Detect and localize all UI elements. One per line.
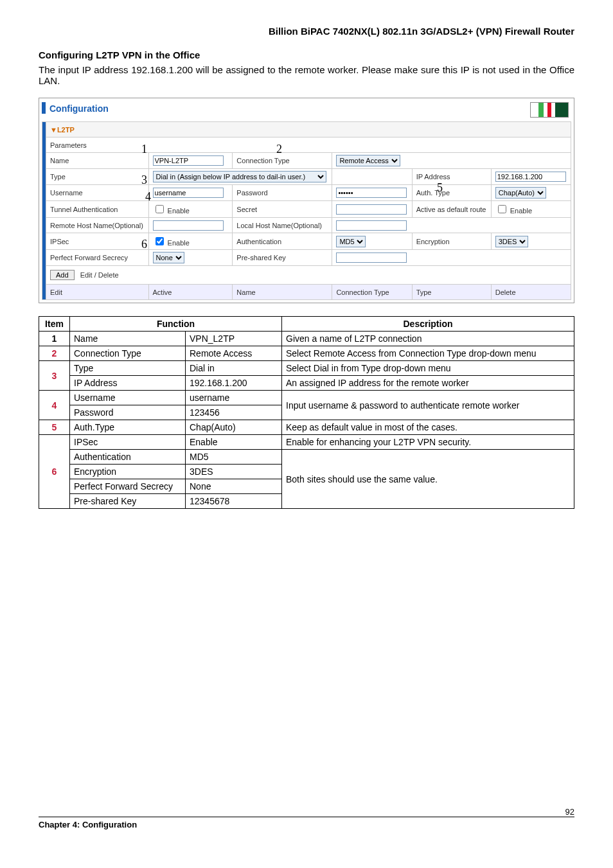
dt-h-func: Function (70, 317, 282, 332)
dt-val-3b: 192.168.1.200 (186, 376, 282, 391)
dt-num-4: 4 (39, 391, 70, 420)
dt-val-5: Chap(Auto) (186, 420, 282, 435)
dt-val-3a: Dial in (186, 361, 282, 376)
dt-val-2: Remote Access (186, 346, 282, 361)
name-label: Name (46, 153, 149, 169)
psk-input[interactable] (336, 252, 407, 263)
dt-func-4b: Password (70, 405, 186, 420)
active-default-label: Active as default route (412, 201, 491, 218)
ipsec-check-label: Enable (168, 239, 190, 247)
dt-val-1: VPN_L2TP (186, 332, 282, 346)
dt-func-6a: IPSec (70, 435, 186, 450)
dt-desc-3a: Select Dial in from Type drop-down menu (282, 361, 574, 376)
tunnel-auth-check-label: Enable (168, 207, 190, 215)
section-heading: Configuring L2TP VPN in the Office (39, 49, 574, 60)
footer: Chapter 4: Configuration (39, 817, 574, 829)
add-button[interactable]: Add (50, 270, 75, 280)
grid-h-active: Active (148, 285, 233, 300)
dt-desc-1: Given a name of L2TP connection (282, 332, 574, 346)
dt-desc-4: Input username & password to authenticat… (282, 391, 574, 420)
description-table: Item Function Description 1 Name VPN_L2T… (39, 316, 574, 509)
config-form-table: ▼L2TP Parameters Name Connection Type Re… (42, 121, 571, 300)
psk-label: Pre-shared Key (233, 250, 332, 266)
encryption-select[interactable]: 3DES (495, 236, 528, 247)
dt-val-6d: None (186, 479, 282, 494)
dt-num-5: 5 (39, 420, 70, 435)
password-label: Password (233, 185, 332, 201)
edit-delete-label: Edit / Delete (80, 271, 119, 279)
dt-desc-6b: Both sites should use the same value. (282, 450, 574, 509)
type-label: Type (46, 169, 149, 185)
flag-icon (530, 102, 569, 118)
dt-func-2: Connection Type (70, 346, 186, 361)
grid-h-type: Type (412, 285, 491, 300)
dt-func-6b: Authentication (70, 450, 186, 465)
type-select[interactable]: Dial in (Assign below IP address to dail… (153, 171, 326, 182)
dt-func-1: Name (70, 332, 186, 346)
group-l2tp[interactable]: ▼L2TP (46, 122, 571, 137)
dt-h-item: Item (39, 317, 70, 332)
config-panel: Configuration ▼L2TP Parameters Name Conn… (39, 98, 574, 303)
secret-input[interactable] (336, 204, 407, 215)
active-default-checkbox[interactable] (498, 205, 506, 213)
dt-func-6e: Pre-shared Key (70, 494, 186, 509)
dt-desc-2: Select Remote Access from Connection Typ… (282, 346, 574, 361)
dt-func-3b: IP Address (70, 376, 186, 391)
accent-bar (42, 102, 46, 114)
dt-desc-5: Keep as default value in most of the cas… (282, 420, 574, 435)
dt-val-6a: Enable (186, 435, 282, 450)
remote-host-input[interactable] (153, 220, 224, 231)
password-input[interactable] (336, 188, 407, 198)
dt-num-6: 6 (39, 435, 70, 509)
footer-chapter: Chapter 4: Configuration (39, 820, 137, 829)
grid-h-conn: Connection Type (332, 285, 412, 300)
tunnel-auth-checkbox[interactable] (155, 205, 164, 213)
intro-paragraph: The input IP address 192.168.1.200 will … (39, 64, 574, 86)
dt-val-6c: 3DES (186, 465, 282, 479)
tunnel-auth-label: Tunnel Authentication (46, 201, 149, 218)
pfs-select[interactable]: None (153, 252, 184, 263)
parameters-label: Parameters (46, 137, 571, 153)
dt-num-1: 1 (39, 332, 70, 346)
remote-host-label: Remote Host Name(Optional) (46, 218, 149, 233)
authtype-label: Auth. Type (412, 185, 491, 201)
grid-h-name: Name (233, 285, 332, 300)
username-label: Username (46, 185, 149, 201)
grid-h-edit: Edit (46, 285, 149, 300)
dt-h-desc: Description (282, 317, 574, 332)
local-host-input[interactable] (336, 220, 407, 231)
page-title: Billion BiPAC 7402NX(L) 802.11n 3G/ADSL2… (39, 26, 574, 37)
dt-num-2: 2 (39, 346, 70, 361)
dt-desc-6a: Enable for enhancing your L2TP VPN secur… (282, 435, 574, 450)
authn-select[interactable]: MD5 (336, 236, 366, 247)
ip-input[interactable] (495, 172, 566, 182)
config-title: Configuration (49, 102, 109, 114)
dt-func-6d: Perfect Forward Secrecy (70, 479, 186, 494)
dt-val-6b: MD5 (186, 450, 282, 465)
page-number: 92 (565, 807, 574, 817)
dt-val-6e: 12345678 (186, 494, 282, 509)
name-input[interactable] (153, 155, 224, 166)
local-host-label: Local Host Name(Optional) (233, 218, 332, 233)
dt-func-5: Auth.Type (70, 420, 186, 435)
secret-label: Secret (233, 201, 332, 218)
authtype-select[interactable]: Chap(Auto) (495, 187, 546, 199)
grid-h-delete: Delete (491, 285, 571, 300)
authn-label: Authentication (233, 233, 332, 250)
ipsec-label: IPSec (46, 233, 149, 250)
dt-val-4b: 123456 (186, 405, 282, 420)
ipsec-checkbox[interactable] (155, 237, 164, 245)
username-input[interactable] (153, 188, 224, 198)
active-default-check-label: Enable (510, 207, 532, 215)
dt-func-4a: Username (70, 391, 186, 405)
pfs-label: Perfect Forward Secrecy (46, 250, 149, 266)
encryption-label: Encryption (412, 233, 491, 250)
dt-desc-3b: An assigned IP address for the remote wo… (282, 376, 574, 391)
dt-val-4a: username (186, 391, 282, 405)
conn-type-select[interactable]: Remote Access (336, 155, 400, 166)
dt-func-3a: Type (70, 361, 186, 376)
dt-num-3: 3 (39, 361, 70, 391)
conn-type-label: Connection Type (233, 153, 332, 169)
dt-func-6c: Encryption (70, 465, 186, 479)
ip-label: IP Address (412, 169, 491, 185)
